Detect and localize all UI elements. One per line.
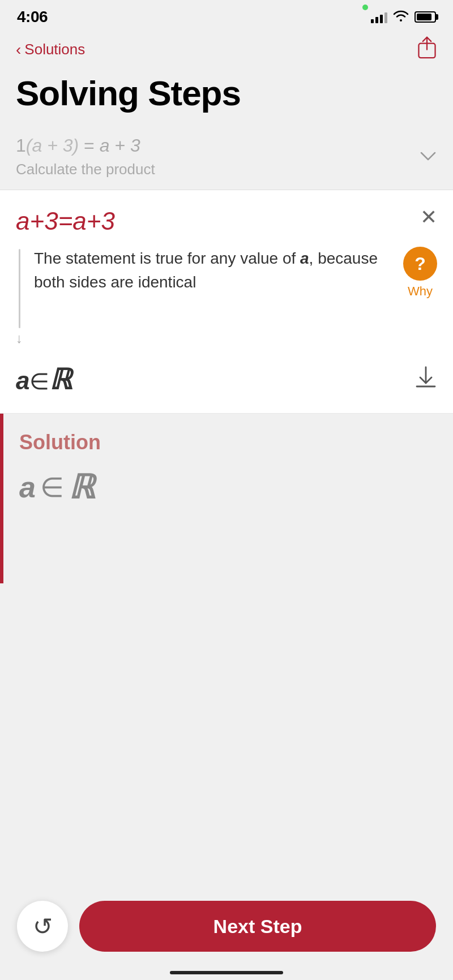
share-button[interactable] — [417, 36, 437, 63]
collapsed-step-content: 1(a + 3) = a + 3 Calculate the product — [16, 135, 155, 178]
status-bar: 4:06 — [0, 0, 453, 31]
nav-bar: ‹ Solutions — [0, 31, 453, 68]
home-indicator — [170, 971, 283, 974]
why-circle: ? — [403, 247, 437, 281]
step-arrow-indicator: ↓ — [16, 330, 23, 346]
collapsed-step-description: Calculate the product — [16, 161, 155, 178]
page-title: Solving Steps — [16, 74, 437, 113]
solution-label: Solution — [19, 431, 437, 454]
step-line-indicator: ↓ — [16, 247, 23, 346]
replay-icon: ↺ — [33, 913, 53, 940]
step-card: a+3=a+3 ✕ ↓ The statement is true for an… — [0, 190, 453, 414]
step-description-area: The statement is true for any value of a… — [34, 247, 392, 294]
download-button[interactable] — [414, 365, 437, 395]
wifi-icon — [393, 9, 409, 25]
collapsed-step-equation: 1(a + 3) = a + 3 — [16, 135, 155, 156]
battery-icon — [414, 11, 436, 23]
next-step-label: Next Step — [213, 915, 302, 938]
next-step-button[interactable]: Next Step — [79, 901, 436, 952]
close-button[interactable]: ✕ — [420, 207, 437, 227]
status-time: 4:06 — [17, 8, 48, 26]
step-description-text: The statement is true for any value of a… — [34, 247, 392, 294]
solution-real-symbol: ℝ — [69, 468, 95, 506]
why-button[interactable]: ? Why — [403, 247, 437, 299]
step-equation: a+3=a+3 — [16, 207, 115, 235]
status-icons — [371, 9, 436, 25]
chevron-down-icon — [419, 148, 437, 166]
green-dot — [362, 5, 368, 10]
step-card-header: a+3=a+3 ✕ — [16, 207, 437, 235]
variable-highlight: a — [300, 250, 309, 267]
solution-section: Solution a ∈ ℝ — [0, 414, 453, 583]
step-body: ↓ The statement is true for any value of… — [16, 247, 437, 346]
step-result-row: a∈ℝ — [16, 363, 437, 396]
solution-variable: a — [19, 470, 36, 504]
bottom-section — [0, 583, 453, 821]
collapsed-step[interactable]: 1(a + 3) = a + 3 Calculate the product — [0, 124, 453, 190]
back-chevron-icon: ‹ — [16, 41, 21, 59]
bottom-controls: ↺ Next Step — [0, 889, 453, 980]
page-title-section: Solving Steps — [0, 68, 453, 124]
signal-icon — [371, 11, 387, 23]
why-label: Why — [408, 284, 433, 299]
solution-expression: a ∈ ℝ — [19, 468, 437, 506]
replay-button[interactable]: ↺ — [17, 901, 68, 952]
solution-in-symbol: ∈ — [40, 471, 64, 503]
step-result-equation: a∈ℝ — [16, 363, 72, 396]
back-label: Solutions — [24, 41, 85, 58]
back-button[interactable]: ‹ Solutions — [16, 41, 85, 59]
